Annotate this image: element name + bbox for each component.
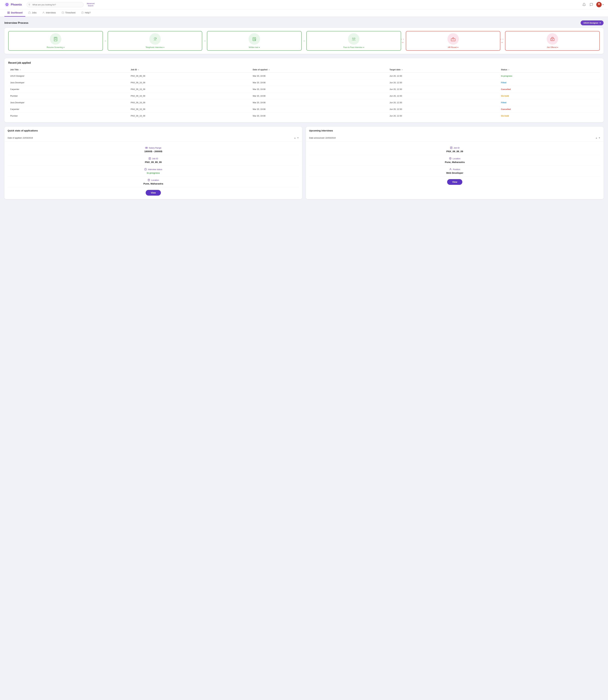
cell-job-id: PNX_09_19_09 xyxy=(129,106,251,113)
search-bar: ⚲ xyxy=(26,2,83,7)
upcoming-location-icon-label: Location xyxy=(449,157,460,160)
process-steps: Resume Screening ▾ → Telephonic Intervie… xyxy=(4,28,604,54)
step-telephonic[interactable]: Telephonic Interview ▾ xyxy=(108,31,202,51)
stat-jobid: Job ID PNX_09_89_09 xyxy=(7,155,299,166)
step-icon-job-offered xyxy=(547,33,558,45)
cell-date-applied: Mar 20, 19:08 xyxy=(251,73,387,79)
upcoming-position-label: Position xyxy=(453,168,460,171)
step-icon-resume xyxy=(50,33,61,45)
cell-job-title: Plumber xyxy=(8,113,129,119)
arrow-4-dashed: - - → xyxy=(401,38,406,44)
cell-status: Filled xyxy=(499,79,600,86)
nav: Dashboard Jobs Interviews Timesheet Help… xyxy=(0,9,608,17)
col-job-title[interactable]: Job Title ▾ xyxy=(8,67,129,73)
salary-icon xyxy=(145,147,148,149)
nav-item-jobs[interactable]: Jobs xyxy=(25,9,39,17)
salary-value: 18000$ - 20000$ xyxy=(144,150,162,153)
col-job-id[interactable]: Job ID ▾ xyxy=(129,67,251,73)
cell-date-applied: Mar 20, 19:08 xyxy=(251,113,387,119)
step-icon-face xyxy=(348,33,359,45)
jobid-icon xyxy=(149,157,151,160)
col-date-applied[interactable]: Date of applied ▾ xyxy=(251,67,387,73)
cell-job-title: Java Developer xyxy=(8,79,129,86)
cell-job-id: PNX_09_19_09 xyxy=(129,86,251,93)
step-face-to-face[interactable]: Face to Face Interview ▾ xyxy=(306,31,401,51)
cell-status: Filled xyxy=(499,99,600,106)
upcoming-arrows[interactable]: ▲ ▼ xyxy=(595,137,601,139)
svg-rect-4 xyxy=(9,12,10,13)
location-icon xyxy=(148,179,150,181)
svg-point-27 xyxy=(450,36,457,42)
step-label-job-offered: Job Offered ▾ xyxy=(547,46,558,49)
step-job-offered[interactable]: Job Offered ▾ xyxy=(505,31,600,51)
logo[interactable]: Phoenix xyxy=(4,2,23,7)
salary-icon-label: Salary Range xyxy=(145,147,162,149)
svg-point-48 xyxy=(450,158,451,159)
upcoming-position: Position Web Developer xyxy=(309,166,601,176)
table-row: UI/UX Designer PNX_09_89_09 Mar 20, 19:0… xyxy=(8,73,600,79)
cell-job-id: PNX_09_19_09 xyxy=(129,79,251,86)
step-resume-screening[interactable]: Resume Screening ▾ xyxy=(8,31,103,51)
interview-status-value: In-progress xyxy=(147,171,160,174)
upcoming-card-header: Date announced: 22/03/2019 ▲ ▼ xyxy=(306,134,604,141)
cell-job-title: Java Developer xyxy=(8,99,129,106)
quick-stats-view-button[interactable]: View xyxy=(146,190,161,195)
svg-point-12 xyxy=(52,36,59,42)
step-hr-round[interactable]: HR Round ▾ xyxy=(406,31,500,51)
nav-item-dashboard[interactable]: Dashboard xyxy=(4,9,25,17)
svg-point-30 xyxy=(549,36,556,42)
table-header-row: Job Title ▾ Job ID ▾ Date of applied ▾ T… xyxy=(8,67,600,73)
advanced-search-link[interactable]: Advanced Search xyxy=(87,2,95,7)
table-row: Java Developer PNX_09_19_09 Mar 20, 19:0… xyxy=(8,99,600,106)
nav-item-help[interactable]: Help? xyxy=(78,9,94,17)
cell-job-title: UI/UX Designer xyxy=(8,73,129,79)
bottom-grid: Quick stats of applications Date of appl… xyxy=(4,127,604,199)
step-icon-hr xyxy=(448,33,459,45)
upcoming-jobid-label: Job ID xyxy=(454,147,460,149)
role-badge-chevron: ▾ xyxy=(600,22,601,24)
upcoming-view-button[interactable]: View xyxy=(447,179,462,185)
quick-stats-arrows[interactable]: ▲ ▼ xyxy=(294,137,299,139)
role-badge-label: UI/UX Designer xyxy=(584,22,598,24)
upcoming-body: Job ID PNX_09_89_09 Location Pune, Mahar… xyxy=(306,141,604,188)
svg-point-35 xyxy=(146,148,147,148)
arrow-3: → xyxy=(302,39,306,43)
upcoming-interviews-title: Upcoming interviews xyxy=(306,127,604,134)
message-icon[interactable] xyxy=(589,2,594,7)
cell-job-id: PNX_09_19_09 xyxy=(129,93,251,99)
search-input[interactable] xyxy=(26,2,83,7)
location-value: Pune, Maharastra xyxy=(143,182,163,185)
interview-status-icon xyxy=(144,168,147,171)
step-written-test[interactable]: Written test ▾ xyxy=(207,31,302,51)
table-row: Carpenter PNX_09_19_09 Mar 20, 19:08 Jun… xyxy=(8,86,600,93)
dashboard-icon xyxy=(7,12,10,14)
stat-interview-status: Interview status In-progress xyxy=(7,166,299,176)
jobid-icon-label: Job ID xyxy=(149,157,158,160)
notification-icon[interactable] xyxy=(582,2,587,7)
avatar xyxy=(596,2,602,7)
nav-label-interviews: Interviews xyxy=(46,12,56,14)
upcoming-jobid: Job ID PNX_09_89_09 xyxy=(309,144,601,155)
table-row: Plumber PNX_09_19_09 Mar 20, 19:08 Jun 2… xyxy=(8,93,600,99)
upcoming-position-icon-label: Position xyxy=(449,168,460,171)
nav-item-timesheet[interactable]: Timesheet xyxy=(59,9,78,17)
user-avatar-wrap[interactable]: ▾ xyxy=(596,2,604,7)
cell-date-applied: Mar 20, 19:08 xyxy=(251,106,387,113)
cell-target-date: Jun 20, 12:30 xyxy=(387,73,499,79)
logo-icon xyxy=(4,2,10,7)
nav-item-interviews[interactable]: Interviews xyxy=(39,9,59,17)
table-row: Java Developer PNX_09_19_09 Mar 20, 19:0… xyxy=(8,79,600,86)
cell-target-date: Jun 20, 12:30 xyxy=(387,86,499,93)
svg-rect-5 xyxy=(9,13,10,14)
stat-location: Location Pune, Maharastra xyxy=(7,176,299,187)
col-target-date[interactable]: Target date ▾ xyxy=(387,67,499,73)
table-row: Carpenter PNX_09_19_09 Mar 20, 19:08 Jun… xyxy=(8,106,600,113)
cell-date-applied: Mar 20, 19:08 xyxy=(251,93,387,99)
upcoming-location-value: Pune, Maharastra xyxy=(445,161,464,164)
role-badge[interactable]: UI/UX Designer ▾ xyxy=(581,20,604,25)
upcoming-position-value: Web Developer xyxy=(446,171,463,174)
svg-point-2 xyxy=(598,3,600,5)
col-status[interactable]: Status ▾ xyxy=(499,67,600,73)
cell-job-id: PNX_09_19_09 xyxy=(129,113,251,119)
cell-target-date: Jun 20, 12:30 xyxy=(387,93,499,99)
